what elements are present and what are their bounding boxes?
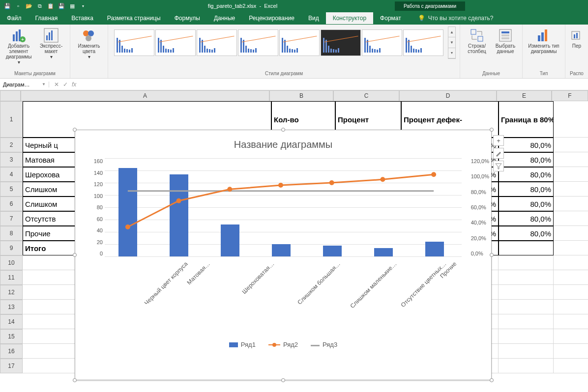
cell[interactable] — [554, 359, 588, 373]
add-chart-element-button[interactable]: + Добавить элемент диаграммы▾ — [4, 27, 33, 66]
save-icon[interactable]: 💾 — [3, 1, 12, 10]
change-chart-type-button[interactable]: Изменить тип диаграммы — [527, 27, 561, 55]
paste-icon[interactable]: 📋 — [46, 1, 55, 10]
col-header-B[interactable]: B — [269, 90, 333, 101]
cell[interactable] — [554, 255, 588, 270]
new-icon[interactable]: ▫ — [14, 1, 23, 10]
chart-style-1[interactable] — [114, 29, 154, 56]
tab-design[interactable]: Конструктор — [326, 12, 373, 24]
col-header-F[interactable]: F — [552, 90, 588, 101]
cell[interactable] — [554, 182, 588, 196]
chart-object[interactable]: + Название диаграммы 1601401201008060402… — [75, 130, 492, 380]
row-header-9[interactable]: 9 — [0, 241, 23, 255]
row-header-4[interactable]: 4 — [0, 167, 23, 182]
row-header-16[interactable]: 16 — [0, 344, 23, 359]
cell[interactable] — [499, 241, 554, 255]
cell[interactable] — [554, 270, 588, 285]
row-header-13[interactable]: 13 — [0, 300, 23, 314]
cell[interactable] — [499, 344, 554, 359]
tab-file[interactable]: Файл — [0, 12, 29, 24]
cell[interactable] — [554, 152, 588, 167]
cell[interactable] — [499, 300, 554, 314]
cell[interactable]: 80,0% — [499, 167, 554, 182]
cell[interactable]: Граница в 80% — [499, 101, 554, 138]
chart-style-3[interactable] — [197, 29, 237, 56]
row-header-15[interactable]: 15 — [0, 329, 23, 344]
gallery-more-icon[interactable]: ▾ — [448, 48, 455, 58]
fx-icon[interactable]: fx — [72, 81, 76, 88]
quick-layout-button[interactable]: Экспресс-макет▾ — [36, 27, 66, 66]
tab-review[interactable]: Рецензирование — [242, 12, 301, 24]
cell[interactable] — [554, 314, 588, 329]
cell[interactable]: 80,0% — [499, 138, 554, 152]
chart-style-7[interactable] — [362, 29, 402, 56]
row-header-1[interactable]: 1 — [0, 101, 23, 138]
chart-style-6[interactable] — [321, 29, 361, 56]
tab-data[interactable]: Данные — [207, 12, 242, 24]
cell[interactable]: 80,0% — [499, 182, 554, 196]
switch-row-column-button[interactable]: Строка/столбец — [464, 27, 490, 55]
cell[interactable] — [554, 211, 588, 226]
cell[interactable] — [554, 196, 588, 211]
tell-me-search[interactable]: 💡 Что вы хотите сделать? — [418, 15, 494, 22]
cell[interactable] — [499, 255, 554, 270]
tab-format[interactable]: Формат — [373, 12, 408, 24]
cell[interactable] — [499, 285, 554, 300]
row-header-7[interactable]: 7 — [0, 211, 23, 226]
cancel-icon[interactable]: ✕ — [54, 81, 59, 88]
row-header-5[interactable]: 5 — [0, 182, 23, 196]
chart-filter-button[interactable] — [493, 161, 504, 171]
cell[interactable]: 80,0% — [499, 211, 554, 226]
cell[interactable] — [499, 314, 554, 329]
row-header-10[interactable]: 10 — [0, 255, 23, 270]
chart-legend[interactable]: Ряд1 Ряд2 Ряд3 — [75, 341, 491, 348]
tab-home[interactable]: Главная — [29, 12, 65, 24]
cell[interactable]: 80,0% — [499, 226, 554, 241]
row-header-2[interactable]: 2 — [0, 138, 23, 152]
row-header-8[interactable]: 8 — [0, 226, 23, 241]
qat-dropdown-icon[interactable]: ▼ — [79, 1, 88, 10]
col-header-A[interactable]: A — [21, 90, 269, 101]
row-header-6[interactable]: 6 — [0, 196, 23, 211]
cell[interactable] — [554, 226, 588, 241]
chart-title[interactable]: Название диаграммы — [75, 130, 491, 153]
col-header-D[interactable]: D — [399, 90, 497, 101]
row-header-12[interactable]: 12 — [0, 285, 23, 300]
select-all-corner[interactable] — [0, 90, 21, 101]
change-colors-button[interactable]: Изменить цвета▾ — [74, 27, 104, 60]
row-header-14[interactable]: 14 — [0, 314, 23, 329]
cell[interactable] — [554, 101, 588, 138]
col-header-C[interactable]: C — [333, 90, 399, 101]
tab-page-layout[interactable]: Разметка страницы — [100, 12, 168, 24]
select-data-button[interactable]: Выбрать данные — [493, 27, 518, 55]
chart-style-2[interactable] — [155, 29, 196, 56]
gallery-down-icon[interactable]: ▼ — [448, 37, 455, 48]
name-box-dropdown-icon[interactable]: ▼ — [42, 82, 46, 86]
tab-formulas[interactable]: Формулы — [168, 12, 207, 24]
cell[interactable] — [554, 329, 588, 344]
cell[interactable] — [554, 300, 588, 314]
row-header-3[interactable]: 3 — [0, 152, 23, 167]
cell[interactable] — [554, 285, 588, 300]
chart-style-5[interactable] — [279, 29, 320, 56]
col-header-E[interactable]: E — [497, 90, 552, 101]
cell[interactable] — [554, 241, 588, 255]
row-header-11[interactable]: 11 — [0, 270, 23, 285]
cell[interactable] — [499, 329, 554, 344]
name-box[interactable]: Диаграм… ▼ — [0, 82, 49, 87]
chart-style-4[interactable] — [238, 29, 278, 56]
save2-icon[interactable]: 💾 — [57, 1, 66, 10]
cell[interactable]: 80,0% — [499, 152, 554, 167]
chart-plot-area[interactable]: 160140120100806040200 120,0%100,0%80,0%6… — [105, 158, 462, 256]
cell[interactable]: 80,0% — [499, 196, 554, 211]
cell[interactable] — [554, 138, 588, 152]
row-header-17[interactable]: 17 — [0, 359, 23, 373]
tab-insert[interactable]: Вставка — [64, 12, 100, 24]
cell[interactable] — [554, 344, 588, 359]
move-chart-button[interactable]: Пер — [569, 27, 584, 50]
chart-elements-button[interactable]: + — [493, 135, 504, 146]
chart-styles-button[interactable] — [493, 148, 504, 159]
chart-style-8[interactable] — [403, 29, 443, 56]
open-icon[interactable]: 📂 — [25, 1, 33, 10]
tab-view[interactable]: Вид — [301, 12, 326, 24]
